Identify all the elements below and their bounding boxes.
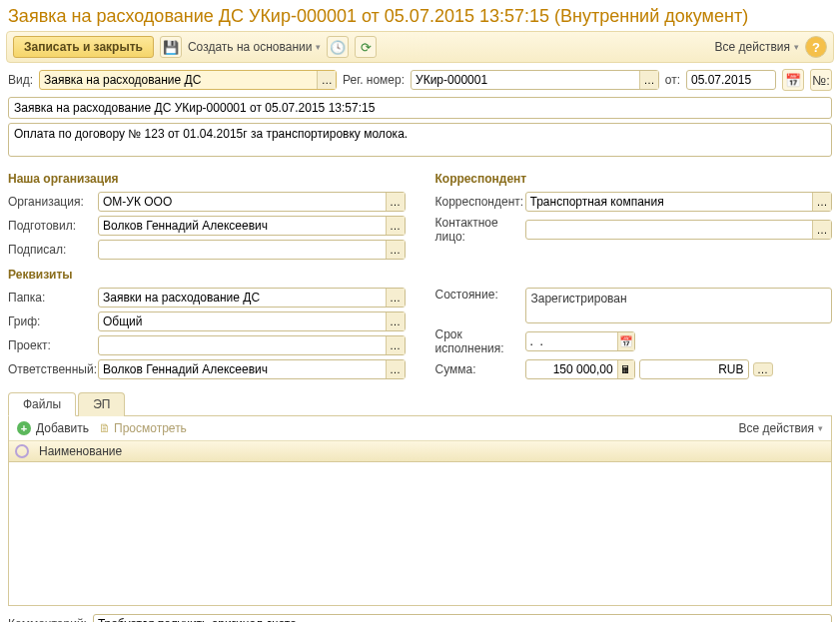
org-select-button[interactable]: … — [386, 193, 405, 211]
file-table-body — [9, 462, 831, 592]
folder-select-button[interactable]: … — [386, 289, 405, 307]
project-field[interactable]: … — [98, 335, 406, 355]
sign-field[interactable]: … — [98, 240, 406, 260]
sum-field[interactable]: 🖩 — [525, 359, 635, 379]
page-title: Заявка на расходование ДС УКир-000001 от… — [0, 0, 840, 31]
ot-label: от: — [665, 73, 680, 87]
sum-calc-button[interactable]: 🖩 — [617, 360, 634, 378]
corr-field[interactable]: … — [525, 192, 833, 212]
grif-label: Гриф: — [8, 314, 98, 328]
reg-field[interactable]: … — [411, 70, 659, 90]
reg-input[interactable] — [412, 71, 639, 89]
col-name: Наименование — [39, 444, 122, 458]
folder-input[interactable] — [99, 289, 386, 307]
reg-select-button[interactable]: … — [639, 71, 658, 89]
contact-select-button[interactable]: … — [812, 221, 831, 239]
contact-label: Контактное лицо: — [435, 216, 525, 244]
all-actions-dropdown[interactable]: Все действия — [715, 40, 799, 54]
project-label: Проект: — [8, 338, 98, 352]
description-textarea[interactable] — [8, 123, 832, 157]
resp-input[interactable] — [99, 360, 386, 378]
add-label: Добавить — [36, 421, 89, 435]
prep-select-button[interactable]: … — [386, 217, 405, 235]
comment-field[interactable] — [93, 614, 832, 622]
save-icon-button[interactable]: 💾 — [160, 36, 182, 58]
clock-icon: 🕓 — [330, 40, 346, 55]
project-input[interactable] — [99, 336, 386, 354]
org-input[interactable] — [99, 193, 386, 211]
create-based-label: Создать на основании — [188, 40, 313, 54]
org-field[interactable]: … — [98, 192, 406, 212]
refresh-icon-button[interactable]: ⟳ — [355, 36, 377, 58]
corr-select-button[interactable]: … — [812, 193, 831, 211]
state-value: Зарегистрирован — [531, 292, 627, 306]
contact-input[interactable] — [526, 221, 813, 239]
deadline-field[interactable]: 📅 — [525, 331, 635, 351]
vid-select-button[interactable]: … — [317, 71, 336, 89]
corr-label: Корреспондент: — [435, 195, 525, 209]
reg-label: Рег. номер: — [343, 73, 405, 87]
org-section-title: Наша организация — [8, 172, 406, 186]
create-based-dropdown[interactable]: Создать на основании — [188, 40, 322, 54]
deadline-label: Срок исполнения: — [435, 327, 525, 355]
sign-select-button[interactable]: … — [386, 241, 405, 259]
plus-icon: + — [17, 421, 31, 435]
folder-field[interactable]: … — [98, 288, 406, 308]
tab-all-actions-label: Все действия — [739, 421, 814, 435]
sign-label: Подписал: — [8, 243, 98, 257]
sum-input[interactable] — [526, 360, 617, 378]
vid-field[interactable]: … — [39, 70, 337, 90]
tab-strip: Файлы ЭП — [8, 391, 832, 416]
all-actions-label: Все действия — [715, 40, 790, 54]
corr-section-title: Корреспондент — [435, 172, 833, 186]
currency-field[interactable] — [639, 359, 749, 379]
corr-input[interactable] — [526, 193, 813, 211]
resp-field[interactable]: … — [98, 359, 406, 379]
state-label: Состояние: — [435, 288, 525, 302]
view-button[interactable]: 🗎 Просмотреть — [99, 421, 187, 435]
num-button[interactable]: №: — [810, 69, 832, 91]
currency-input[interactable] — [640, 360, 748, 378]
req-section-title: Реквизиты — [8, 268, 832, 282]
grif-input[interactable] — [99, 312, 386, 330]
help-icon-button[interactable]: ? — [805, 36, 827, 58]
resp-label: Ответственный: — [8, 362, 98, 376]
tab-all-actions-dropdown[interactable]: Все действия — [739, 421, 823, 435]
project-select-button[interactable]: … — [386, 336, 405, 354]
deadline-cal-button[interactable]: 📅 — [617, 332, 634, 350]
prep-field[interactable]: … — [98, 216, 406, 236]
vid-input[interactable] — [40, 71, 317, 89]
floppy-icon: 💾 — [163, 40, 179, 55]
clock-icon-button[interactable]: 🕓 — [327, 36, 349, 58]
sum-label: Сумма: — [435, 362, 525, 376]
deadline-input[interactable] — [526, 332, 617, 350]
main-toolbar: Записать и закрыть 💾 Создать на основани… — [6, 31, 834, 63]
comment-input[interactable] — [94, 615, 831, 622]
grif-select-button[interactable]: … — [386, 312, 405, 330]
comment-label: Комментарий: — [8, 617, 87, 622]
refresh-icon: ⟳ — [361, 40, 372, 55]
name-line-input[interactable] — [8, 97, 832, 119]
calendar-icon: 📅 — [785, 73, 801, 88]
tab-files[interactable]: Файлы — [8, 392, 76, 416]
calendar-icon-button[interactable]: 📅 — [782, 69, 804, 91]
tab-ep[interactable]: ЭП — [78, 392, 125, 416]
prep-input[interactable] — [99, 217, 386, 235]
folder-label: Папка: — [8, 291, 98, 305]
add-button[interactable]: + Добавить — [17, 421, 89, 435]
state-box[interactable]: Зарегистрирован — [525, 288, 833, 323]
date-field[interactable] — [686, 70, 776, 90]
circle-icon — [15, 444, 29, 458]
vid-label: Вид: — [8, 73, 33, 87]
tab-body: + Добавить 🗎 Просмотреть Все действия На… — [8, 416, 832, 606]
sign-input[interactable] — [99, 241, 386, 259]
resp-select-button[interactable]: … — [386, 360, 405, 378]
save-close-button[interactable]: Записать и закрыть — [13, 36, 154, 58]
file-table-header: Наименование — [9, 441, 831, 462]
grif-field[interactable]: … — [98, 311, 406, 331]
org-label: Организация: — [8, 195, 98, 209]
contact-field[interactable]: … — [525, 220, 833, 240]
date-input[interactable] — [687, 71, 775, 89]
document-icon: 🗎 — [99, 421, 111, 435]
currency-select-button[interactable]: … — [753, 362, 773, 376]
